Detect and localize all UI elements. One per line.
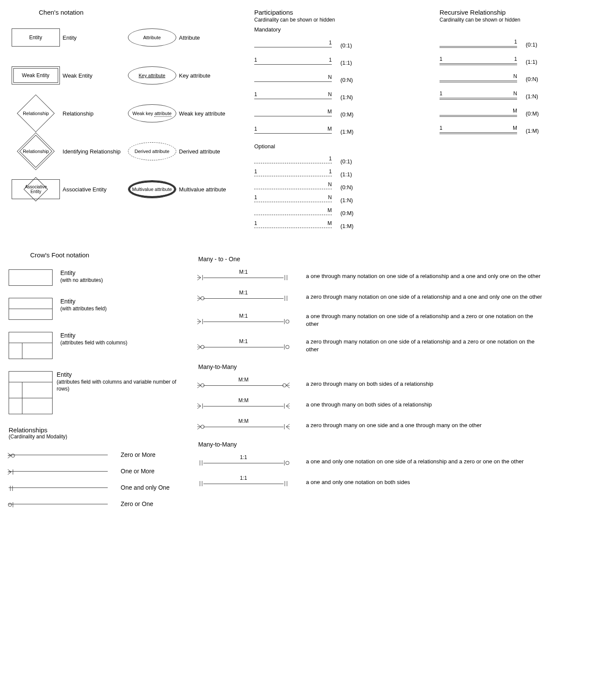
rel-h: Relationships (9, 426, 181, 434)
svg-point-22 (201, 425, 204, 428)
participations: Participations Cardinality can be shown … (254, 9, 427, 234)
mto-row: M:Ma zero through many on both sides of … (198, 379, 586, 389)
relationship-icon: Relationship (17, 94, 55, 132)
chen-label: Derived attribute (179, 148, 241, 155)
chen-label: Identifying Relationship (62, 148, 125, 155)
svg-point-15 (201, 345, 204, 349)
mto-h3: Many-to-Many (198, 441, 586, 448)
svg-point-9 (201, 297, 204, 300)
chen-label: Associative Entity (62, 186, 125, 193)
cf-entity-icon (9, 298, 53, 320)
svg-point-4 (8, 503, 12, 506)
cf-entity-label: Entity(with no attributes) (60, 269, 103, 283)
mto-row: M:1a one through many notation on one si… (198, 312, 586, 328)
mto-row: M:Ma one through many on both sides of a… (198, 400, 586, 410)
chen-label: Weak key attribute (179, 110, 241, 117)
svg-point-26 (286, 461, 289, 465)
participation-row: 1N(1:N) (254, 195, 427, 205)
attribute-icon: Key attribute (128, 66, 176, 84)
chen-label: Weak Entity (62, 72, 125, 79)
mto-row: 1:1a one and only one notation on both s… (198, 477, 586, 487)
participation-row: 1(0:1) (254, 156, 427, 166)
cf-entity-icon (9, 332, 53, 359)
mto-row: M:Ma zero through many on one side and a… (198, 420, 586, 431)
chen-label: Key attribute (179, 72, 241, 79)
chen-label: Attribute (179, 34, 241, 41)
mto-row: 1:1a one and only one notation on one si… (198, 456, 586, 467)
attribute-icon: Multivalue attribute (128, 180, 176, 198)
participation-row: 1N(1:N) (440, 91, 590, 102)
participation-row: M(0:M) (254, 109, 427, 120)
mandatory-h: Mandatory (254, 26, 427, 33)
attribute-icon: Weak key attribute (128, 104, 176, 122)
participation-row: 1(0:1) (440, 39, 590, 50)
participation-row: N(0:N) (254, 182, 427, 192)
recur-sub: Cardinality can be shown or hidden (440, 17, 590, 23)
particip-sub: Cardinality can be shown or hidden (254, 17, 427, 23)
participation-row: 1(0:1) (254, 40, 427, 51)
top-section: Chen's notation EntityEntityWeak EntityW… (9, 9, 596, 234)
participation-row: M(0:M) (254, 208, 427, 218)
chen-label: Relationship (62, 110, 125, 117)
mto-row: M:1a zero through many notation on one s… (198, 292, 586, 302)
svg-point-16 (286, 345, 289, 349)
identifying-relationship-icon: Relationship (17, 132, 55, 170)
attribute-icon: Attribute (128, 28, 176, 47)
cf-rel-row: Zero or One (9, 500, 181, 508)
cf-entity-label: Entity(attributes field with columns) (60, 332, 127, 346)
participation-row: 11(1:1) (254, 57, 427, 68)
entity-icon: Entity (12, 28, 60, 47)
cf-entity-label: Entity(with attributes field) (60, 298, 106, 312)
attribute-icon: Derived attribute (128, 142, 176, 160)
associative-entity-icon: AssociativeEntity (12, 179, 60, 199)
cf-rel-row: Zero or More (9, 450, 181, 459)
participation-row: 1M(1:M) (254, 126, 427, 137)
recursive: Recursive Relationship Cardinality can b… (440, 9, 590, 234)
chen-label: Entity (62, 34, 125, 41)
svg-point-13 (286, 320, 289, 323)
mto-h2: Many-to-Many (198, 363, 586, 370)
chen-label: Multivalue attribute (179, 186, 241, 193)
cf-rel-row: One or More (9, 467, 181, 475)
crows-title: Crow's Foot notation (30, 251, 181, 259)
chen-notation: Chen's notation EntityEntityWeak EntityW… (9, 9, 241, 234)
participation-row: 11(1:1) (440, 56, 590, 67)
participation-row: N(0:N) (254, 74, 427, 85)
mto-row: M:1a zero through many notation on one s… (198, 338, 586, 353)
chen-title: Chen's notation (39, 9, 241, 16)
participation-row: 1M(1:M) (440, 125, 590, 136)
participation-row: 1N(1:N) (254, 91, 427, 103)
weak-entity-icon: Weak Entity (12, 66, 60, 84)
svg-point-18 (201, 384, 204, 387)
cf-rel-row: One and only One (9, 483, 181, 492)
crows-foot: Crow's Foot notation Entity(with no attr… (9, 251, 596, 516)
mto-row: M:1a one through many notation on one si… (198, 271, 586, 281)
cf-entity-label: Entity(attributes field with columns and… (57, 371, 181, 392)
participation-row: 11(1:1) (254, 169, 427, 179)
rel-sub: (Cardinality and Modality) (9, 434, 181, 440)
participation-row: M(0:M) (440, 108, 590, 119)
optional-h: Optional (254, 143, 427, 150)
mto-h1: Many - to - One (198, 256, 586, 262)
recur-title: Recursive Relationship (440, 9, 590, 16)
cf-entity-icon (9, 269, 53, 286)
svg-point-0 (11, 454, 15, 457)
svg-point-19 (283, 384, 286, 387)
particip-title: Participations (254, 9, 427, 16)
cf-entity-icon (9, 371, 53, 414)
participation-row: N(0:N) (440, 73, 590, 84)
participation-row: 1M(1:M) (254, 221, 427, 231)
